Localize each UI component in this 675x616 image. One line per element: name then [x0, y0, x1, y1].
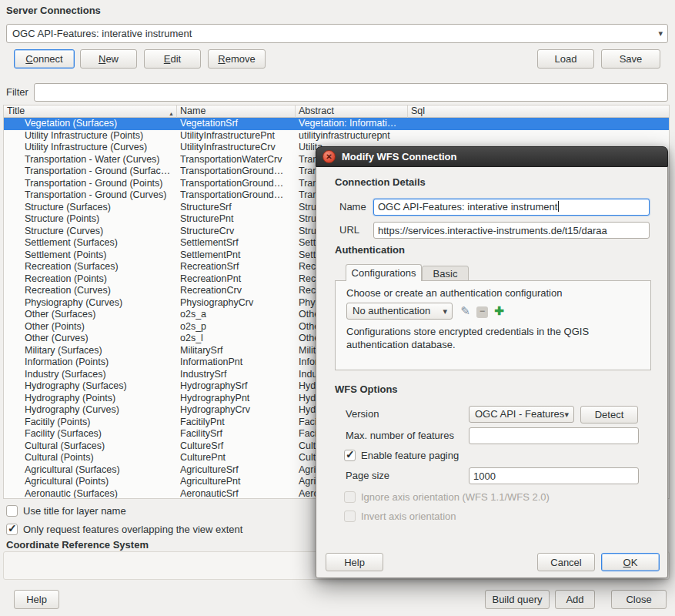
cell-title: Transportation - Ground (Points) [4, 178, 177, 190]
overlap-extent-checkbox[interactable]: ✓ Only request features overlapping the … [6, 523, 242, 535]
auth-config-panel: Choose or create an authentication confi… [335, 280, 651, 370]
close-icon[interactable]: ✕ [322, 150, 336, 163]
ok-button[interactable]: OK [601, 553, 660, 571]
cell-name: CulturePnt [177, 452, 296, 464]
help-button[interactable]: Help [14, 590, 59, 609]
cell-name: SettlementPnt [177, 249, 296, 262]
cell-name: AeronauticSrf [177, 488, 296, 500]
column-header-abstract[interactable]: Abstract [296, 105, 408, 118]
cell-title: Agricultural (Surfaces) [4, 464, 177, 477]
auth-method-value: No authentication [353, 305, 430, 316]
cell-title: Transportation - Water (Curves) [4, 154, 177, 166]
cell-name: o2s_a [177, 309, 296, 321]
column-header-sql-label: Sql [411, 105, 425, 116]
max-features-input[interactable] [469, 427, 639, 444]
window-title: Server Connections [6, 5, 101, 16]
cell-name: StructureCrv [177, 226, 296, 238]
cell-title: Industry (Surfaces) [4, 369, 177, 381]
version-combobox[interactable]: OGC API - Features ▾ [469, 406, 574, 423]
build-query-button-label: Build query [492, 594, 542, 605]
dialog-titlebar[interactable]: ✕ Modify WFS Connection [316, 146, 668, 167]
wfs-options-header: WFS Options [335, 383, 398, 395]
detect-button-label: Detect [595, 409, 624, 420]
add-button-label: Add [566, 594, 583, 605]
cell-sql [408, 130, 669, 142]
close-icon-glyph: ✕ [326, 152, 332, 161]
cell-title: Vegetation (Surfaces) [4, 118, 177, 130]
cell-title: Military (Surfaces) [4, 345, 177, 357]
add-auth-icon-button[interactable]: ✚ [491, 303, 507, 320]
modify-wfs-connection-dialog: ✕ Modify WFS Connection Connection Detai… [316, 146, 668, 578]
load-button[interactable]: Load [537, 49, 594, 69]
chevron-down-icon: ▾ [564, 407, 569, 422]
window-title-text: Server Connections [6, 5, 101, 16]
cell-sql [408, 118, 669, 130]
connect-button[interactable]: Connect [14, 49, 75, 69]
edit-auth-icon-button[interactable]: ✎ [457, 303, 473, 320]
close-button-label: Close [626, 594, 651, 605]
table-row[interactable]: Vegetation (Surfaces)VegetationSrfVegeta… [4, 118, 669, 130]
remove-auth-icon-button[interactable]: − [474, 303, 490, 320]
tab-configurations[interactable]: Configurations [346, 264, 422, 281]
cell-title: Hydrography (Points) [4, 393, 177, 405]
cell-name: o2s_l [177, 333, 296, 345]
name-input[interactable]: OGC API-Features: interative instrument [373, 199, 650, 216]
table-row[interactable]: Utility Infrastructure (Points)UtilityIn… [4, 130, 669, 142]
edit-button[interactable]: Edit [144, 49, 201, 69]
dialog-help-label: Help [344, 557, 365, 568]
cell-title: Other (Curves) [4, 333, 177, 345]
pencil-icon: ✎ [460, 304, 470, 317]
connection-combobox[interactable]: OGC API-Features: interative instrument … [6, 24, 668, 43]
cell-title: Physiography (Curves) [4, 297, 177, 310]
enable-paging-checkbox[interactable]: ✓ Enable feature paging [344, 449, 459, 461]
text-caret [558, 201, 559, 212]
column-header-title[interactable]: Title ▲ [4, 105, 177, 118]
new-button[interactable]: New [80, 49, 137, 69]
filter-input[interactable] [34, 83, 668, 102]
column-header-name[interactable]: Name [177, 105, 296, 118]
dialog-help-button[interactable]: Help [326, 553, 383, 571]
check-icon: ✓ [8, 522, 17, 534]
checkbox-box [344, 491, 356, 503]
cell-title: Recreation (Curves) [4, 285, 177, 297]
cell-title: Other (Surfaces) [4, 309, 177, 321]
build-query-button[interactable]: Build query [485, 590, 550, 609]
cell-abstract: utilityinfrastructurepnt [296, 130, 408, 142]
cell-name: InformationPnt [177, 357, 296, 369]
auth-method-combobox[interactable]: No authentication ▾ [346, 303, 453, 320]
overlap-extent-label: Only request features overlapping the vi… [23, 524, 242, 535]
url-input[interactable] [373, 222, 650, 239]
invert-axis-checkbox[interactable]: Invert axis orientation [344, 510, 456, 522]
checkbox-box [6, 505, 18, 517]
column-header-sql[interactable]: Sql [408, 105, 669, 118]
cell-name: TransportationWaterCrv [177, 154, 296, 166]
cell-name: TransportationGround… [177, 189, 296, 202]
cancel-button[interactable]: Cancel [537, 553, 595, 571]
use-title-checkbox[interactable]: Use title for layer name [6, 504, 126, 517]
tab-basic[interactable]: Basic [422, 266, 469, 281]
column-header-title-label: Title [7, 105, 25, 116]
add-button[interactable]: Add [555, 590, 595, 609]
close-button[interactable]: Close [611, 590, 667, 609]
cell-name: UtilityInfrastructurePnt [177, 130, 296, 142]
save-button[interactable]: Save [601, 49, 660, 69]
cell-title: Structure (Points) [4, 213, 177, 226]
save-button-label: Save [620, 53, 643, 65]
ignore-axis-checkbox[interactable]: Ignore axis orientation (WFS 1.1/WFS 2.0… [344, 490, 550, 503]
cell-title: Recreation (Surfaces) [4, 261, 177, 273]
page-size-input[interactable] [469, 467, 639, 484]
remove-button-label: Remove [215, 50, 259, 68]
remove-button[interactable]: Remove [208, 49, 266, 69]
minus-icon: − [476, 306, 488, 318]
dialog-body: Connection Details Name OGC API-Features… [316, 167, 668, 578]
auth-help-text: Choose or create an authentication confi… [346, 287, 562, 299]
name-label: Name [339, 199, 366, 216]
detect-button[interactable]: Detect [580, 406, 638, 424]
cell-title: Utility Infrastructure (Curves) [4, 142, 177, 154]
url-label: URL [339, 222, 359, 239]
edit-button-label: Edit [151, 50, 194, 68]
cell-title: Information (Points) [4, 357, 177, 369]
cell-name: AgricultureSrf [177, 464, 296, 477]
sort-ascending-icon: ▲ [169, 108, 174, 118]
crs-section-title: Coordinate Reference System [6, 539, 149, 551]
